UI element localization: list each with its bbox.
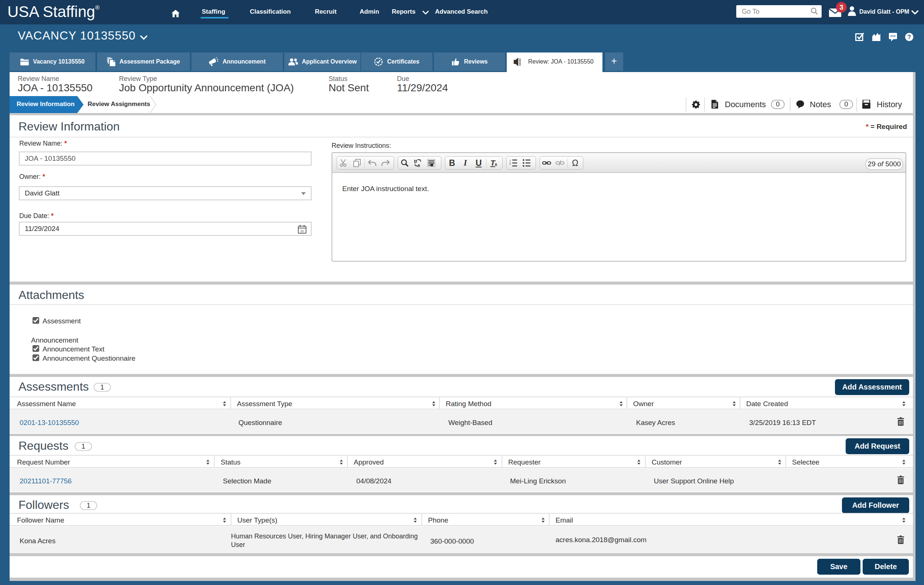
svg-text:a: a: [417, 163, 420, 167]
svg-text:b: b: [414, 158, 417, 164]
svg-text:31: 31: [300, 229, 304, 233]
svg-text:?: ?: [908, 34, 911, 40]
svg-text:2: 2: [509, 162, 511, 165]
